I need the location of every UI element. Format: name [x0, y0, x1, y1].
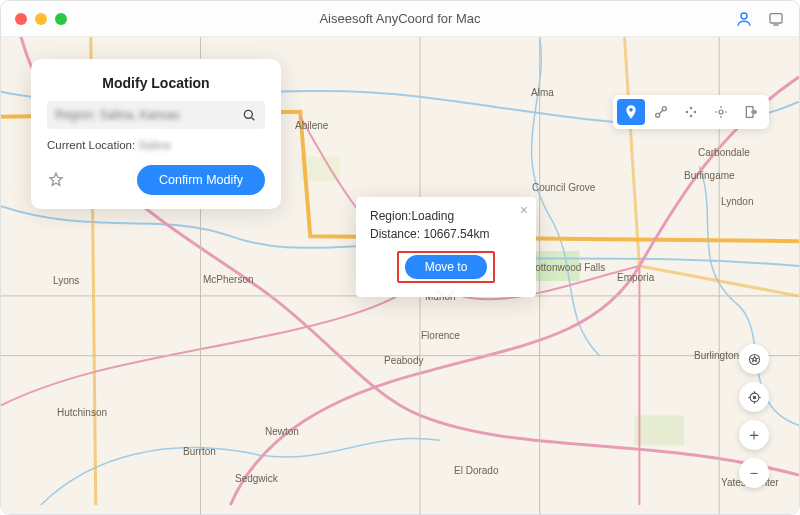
move-to-button[interactable]: Move to	[405, 255, 488, 279]
minimize-window-button[interactable]	[35, 13, 47, 25]
current-location-row: Current Location: Salina	[47, 139, 265, 151]
current-location-label: Current Location:	[47, 139, 135, 151]
window-title: Aiseesoft AnyCoord for Mac	[1, 11, 799, 26]
zoom-out-button[interactable]: －	[739, 458, 769, 488]
current-location-value: Salina	[138, 139, 170, 151]
svg-point-12	[719, 110, 723, 114]
confirm-modify-button[interactable]: Confirm Modify	[137, 165, 265, 195]
titlebar: Aiseesoft AnyCoord for Mac	[1, 1, 799, 37]
close-window-button[interactable]	[15, 13, 27, 25]
popover-distance-row: Distance: 10667.54km	[370, 227, 522, 241]
zoom-controls: ＋ －	[739, 344, 769, 488]
export-icon[interactable]	[737, 99, 765, 125]
maximize-window-button[interactable]	[55, 13, 67, 25]
distance-label: Distance:	[370, 227, 420, 241]
region-value: Loading	[411, 209, 454, 223]
search-row	[47, 101, 265, 129]
panel-actions: Confirm Modify	[47, 165, 265, 195]
mode-one-stop[interactable]	[647, 99, 675, 125]
search-icon[interactable]	[241, 107, 257, 123]
region-label: Region:	[370, 209, 411, 223]
move-to-highlight: Move to	[397, 251, 496, 283]
mode-joystick[interactable]	[707, 99, 735, 125]
app-window: Aiseesoft AnyCoord for Mac	[0, 0, 800, 515]
svg-point-11	[690, 115, 693, 118]
mode-modify-location[interactable]	[617, 99, 645, 125]
feedback-icon[interactable]	[767, 10, 785, 28]
location-popover: × Region:Loading Distance: 10667.54km Mo…	[356, 197, 536, 297]
mode-toolbar	[613, 95, 769, 129]
recenter-button[interactable]	[739, 382, 769, 412]
search-input[interactable]	[55, 108, 241, 122]
titlebar-actions	[735, 10, 785, 28]
svg-point-9	[690, 107, 693, 110]
modify-location-panel: Modify Location Current Location: Salina…	[31, 59, 281, 209]
svg-point-15	[753, 396, 756, 399]
popover-region-row: Region:Loading	[370, 209, 522, 223]
star-route-button[interactable]	[739, 344, 769, 374]
svg-point-16	[244, 110, 252, 118]
svg-point-8	[686, 111, 689, 114]
distance-value: 10667.54km	[423, 227, 489, 241]
svg-point-10	[694, 111, 697, 114]
svg-rect-1	[770, 13, 782, 22]
account-icon[interactable]	[735, 10, 753, 28]
zoom-in-button[interactable]: ＋	[739, 420, 769, 450]
mode-multi-stop[interactable]	[677, 99, 705, 125]
popover-close-icon[interactable]: ×	[520, 203, 528, 217]
svg-point-0	[741, 13, 747, 19]
favorite-star-icon[interactable]	[47, 171, 65, 189]
svg-rect-5	[634, 415, 684, 445]
traffic-lights	[15, 13, 67, 25]
panel-title: Modify Location	[47, 75, 265, 91]
